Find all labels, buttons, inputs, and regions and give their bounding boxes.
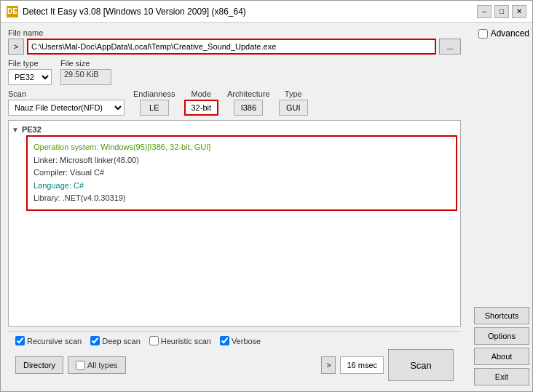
results-section: ▼ PE32 Operation system: Windows(95)[I38… [8, 120, 461, 327]
mode-value: 32-bit [184, 100, 219, 116]
type-group: Type GUI [279, 89, 308, 116]
all-types-checkbox[interactable]: All types [68, 356, 126, 374]
file-name-label: File name [8, 28, 461, 37]
endianness-value: LE [140, 100, 169, 116]
maximize-button[interactable]: □ [494, 5, 509, 18]
verbose-checkbox[interactable]: Verbose [220, 336, 261, 345]
file-name-section: File name > ... [8, 28, 461, 55]
recursive-scan-checkbox[interactable]: Recursive scan [15, 336, 82, 345]
about-button[interactable]: About [474, 348, 529, 365]
titlebar: DE Detect It Easy v3.08 [Windows 10 Vers… [1, 1, 532, 23]
scan-row: Scan Nauz File Detector(NFD) Endianness … [8, 89, 461, 116]
scan-select[interactable]: Nauz File Detector(NFD) [8, 100, 125, 116]
shortcuts-button[interactable]: Shortcuts [474, 307, 529, 324]
advanced-label: Advanced [491, 28, 529, 39]
checkboxes-row: Recursive scan Deep scan Heuristic scan … [15, 336, 454, 345]
file-type-group: File type PE32 [8, 59, 52, 85]
scan-button[interactable]: Scan [388, 349, 454, 381]
file-name-row: > ... [8, 39, 461, 55]
architecture-group: Architecture I386 [227, 89, 270, 116]
architecture-value: I386 [234, 100, 263, 116]
browse-button[interactable]: ... [439, 39, 461, 55]
file-type-label: File type [8, 59, 52, 68]
mode-group: Mode 32-bit [184, 89, 219, 116]
tree-arrow-icon[interactable]: ▼ [12, 126, 19, 134]
exit-button[interactable]: Exit [474, 368, 529, 385]
file-type-select[interactable]: PE32 [8, 69, 52, 85]
file-info-row: File type PE32 File size 29.50 KiB [8, 59, 461, 85]
scan-group: Scan Nauz File Detector(NFD) [8, 89, 125, 116]
deep-scan-checkbox[interactable]: Deep scan [90, 336, 141, 345]
arrow-button[interactable]: > [8, 39, 24, 55]
close-button[interactable]: ✕ [512, 5, 526, 18]
app-icon: DE [7, 6, 18, 17]
file-size-group: File size 29.50 KiB [60, 59, 111, 85]
detection-line-1: Linker: Microsoft linker(48.00) [33, 154, 450, 167]
endianness-group: Endianness LE [133, 89, 175, 116]
bottom-bar: Recursive scan Deep scan Heuristic scan … [8, 331, 461, 385]
type-label: Type [285, 89, 302, 98]
content-area: File name > ... File type PE32 File size [1, 23, 532, 391]
file-size-value: 29.50 KiB [60, 69, 111, 85]
type-value: GUI [279, 100, 308, 116]
advanced-checkbox[interactable]: Advanced [478, 28, 529, 39]
all-types-label: All types [87, 361, 118, 369]
main-panel: File name > ... File type PE32 File size [1, 23, 468, 391]
window-title: Detect It Easy v3.08 [Windows 10 Version… [23, 7, 477, 17]
options-button[interactable]: Options [474, 327, 529, 345]
file-path-input[interactable] [27, 39, 436, 55]
main-window: DE Detect It Easy v3.08 [Windows 10 Vers… [0, 0, 533, 392]
mode-label: Mode [192, 89, 212, 98]
detection-line-3: Language: C# [33, 180, 450, 193]
detection-line-0: Operation system: Windows(95)[I386, 32-b… [33, 141, 450, 154]
architecture-label: Architecture [227, 89, 270, 98]
file-size-label: File size [60, 59, 111, 68]
heuristic-scan-checkbox[interactable]: Heuristic scan [149, 336, 211, 345]
verbose-label: Verbose [232, 337, 261, 345]
tree-label: PE32 [22, 125, 42, 134]
time-display: 16 msec [340, 356, 384, 374]
directory-button[interactable]: Directory [15, 356, 63, 374]
minimize-button[interactable]: – [477, 5, 491, 18]
scan-label: Scan [8, 89, 125, 98]
heuristic-scan-label: Heuristic scan [161, 337, 211, 345]
actions-row: Directory All types > 16 msec Scan [15, 349, 454, 381]
endianness-label: Endianness [133, 89, 175, 98]
tree-item: ▼ PE32 [12, 124, 457, 135]
detection-line-4: Library: .NET(v4.0.30319) [33, 192, 450, 205]
deep-scan-label: Deep scan [102, 337, 141, 345]
detection-box: Operation system: Windows(95)[I386, 32-b… [26, 135, 457, 211]
nav-arrow[interactable]: > [321, 356, 336, 374]
detection-line-2: Compiler: Visual C# [33, 167, 450, 180]
recursive-scan-label: Recursive scan [27, 337, 82, 345]
right-panel: Advanced Shortcuts Options About Exit [468, 23, 532, 391]
window-controls: – □ ✕ [477, 5, 526, 18]
